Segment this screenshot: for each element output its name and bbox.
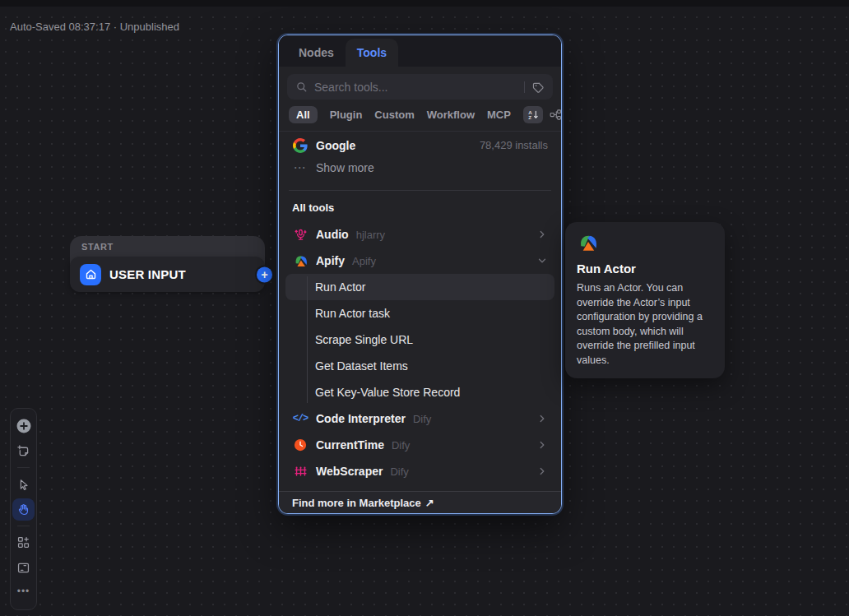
tools-list: Google 78,429 installs ··· Show more All… (279, 132, 561, 491)
add-node-button[interactable] (12, 415, 35, 437)
tag-filter-icon[interactable] (531, 81, 545, 94)
tooltip-title: Run Actor (577, 262, 713, 276)
provider-name: Google (316, 139, 355, 152)
google-icon (292, 138, 309, 153)
provider-author: Apify (352, 255, 376, 267)
code-interpreter-icon: </> (292, 413, 309, 424)
svg-text:Z: Z (528, 114, 531, 120)
tool-item-scrape-single-url[interactable]: Scrape Single URL (285, 327, 554, 353)
marketplace-link[interactable]: Find more in Marketplace ↗ (279, 491, 561, 513)
filter-custom[interactable]: Custom (374, 109, 414, 121)
more-tools-button[interactable]: ••• (12, 582, 35, 604)
chevron-down-icon (536, 255, 548, 266)
tool-item-run-actor[interactable]: Run Actor (285, 274, 554, 300)
add-note-button[interactable] (12, 440, 35, 462)
tab-tools[interactable]: Tools (346, 39, 398, 67)
show-more-row[interactable]: ··· Show more (285, 156, 554, 179)
organize-blocks-button[interactable] (12, 531, 35, 553)
divider (17, 467, 30, 468)
provider-row-code-interpreter[interactable]: </> Code Interpreter Dify (285, 405, 554, 432)
webscraper-icon (292, 465, 309, 479)
canvas-toolbar: ••• (10, 408, 37, 610)
home-icon (80, 264, 101, 285)
provider-author: Dify (413, 413, 431, 425)
pointer-tool-button[interactable] (12, 473, 35, 495)
add-next-node-button[interactable]: + (257, 266, 272, 282)
user-input-node[interactable]: USER INPUT + (70, 257, 265, 292)
tool-item-run-actor-task[interactable]: Run Actor task (285, 300, 554, 327)
provider-name: CurrentTime (316, 438, 384, 452)
marketplace-link-label: Find more in Marketplace (292, 497, 421, 509)
filter-all[interactable]: All (289, 106, 318, 123)
filter-mcp[interactable]: MCP (487, 109, 511, 121)
fit-view-button[interactable] (12, 557, 35, 579)
chevron-right-icon (536, 229, 548, 240)
provider-name: Apify (316, 254, 345, 267)
provider-name: Audio (316, 228, 349, 241)
group-tree-icon[interactable] (545, 106, 562, 123)
provider-author: Dify (392, 439, 410, 452)
tooltip-description: Runs an Actor. You can override the Acto… (577, 281, 713, 368)
search-area (279, 67, 561, 106)
hand-tool-button[interactable] (12, 498, 35, 521)
apify-icon (292, 253, 309, 269)
ellipsis-icon: ··· (292, 162, 309, 174)
tab-nodes[interactable]: Nodes (287, 39, 346, 67)
filter-workflow[interactable]: Workflow (427, 109, 475, 121)
provider-name: Code Interpreter (316, 412, 406, 425)
divider (524, 81, 525, 93)
search-input[interactable] (314, 81, 517, 94)
provider-name: WebScraper (316, 465, 383, 478)
search-box[interactable] (287, 74, 553, 100)
external-link-icon: ↗ (425, 497, 434, 509)
tool-detail-tooltip: Run Actor Runs an Actor. You can overrid… (565, 222, 725, 378)
autosave-status: Auto-Saved 08:37:17 · Unpublished (10, 21, 179, 33)
install-count: 78,429 installs (480, 139, 548, 151)
all-tools-header: All tools (285, 198, 554, 218)
tool-item-get-key-value-store-record[interactable]: Get Key-Value Store Record (285, 379, 554, 405)
start-node-group[interactable]: START USER INPUT + (70, 236, 265, 292)
start-group-label: START (70, 236, 265, 257)
filter-plugin[interactable]: Plugin (330, 109, 363, 121)
provider-row-google[interactable]: Google 78,429 installs (285, 134, 554, 156)
chevron-right-icon (536, 439, 548, 451)
apify-icon (577, 232, 713, 254)
window-chrome-strip (0, 0, 849, 7)
filter-tabs: All Plugin Custom Workflow MCP AZ (279, 106, 561, 132)
sort-az-icon[interactable]: AZ (523, 106, 543, 123)
provider-author: hjlarry (356, 229, 385, 241)
provider-row-webscraper[interactable]: WebScraper Dify (285, 458, 554, 484)
provider-row-audio[interactable]: Audio hjlarry (285, 221, 554, 248)
tool-item-get-dataset-items[interactable]: Get Dataset Items (285, 353, 554, 379)
apify-tools-sublist: Run Actor Run Actor task Scrape Single U… (285, 274, 554, 405)
provider-author: Dify (390, 465, 408, 478)
show-more-label: Show more (316, 161, 374, 174)
block-selector-panel: Nodes Tools All Plugin Custom Workflow M… (278, 35, 562, 514)
search-icon (295, 81, 308, 93)
chevron-right-icon (536, 465, 548, 477)
chevron-right-icon (536, 413, 548, 424)
divider (289, 190, 551, 191)
node-title: USER INPUT (109, 267, 186, 281)
audio-icon (292, 228, 309, 242)
panel-tabs: Nodes Tools (279, 35, 561, 67)
provider-row-apify[interactable]: Apify Apify (285, 248, 554, 274)
clock-icon (292, 438, 309, 452)
provider-row-currenttime[interactable]: CurrentTime Dify (285, 432, 554, 458)
divider (17, 526, 30, 526)
